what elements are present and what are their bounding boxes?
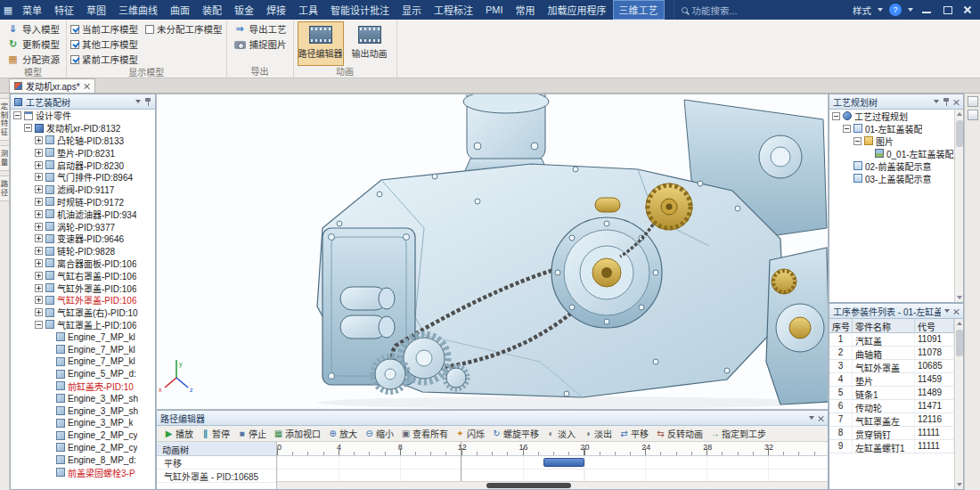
ribbon-big-button[interactable]: 路径编辑器 bbox=[298, 21, 344, 66]
expander-icon[interactable] bbox=[35, 308, 43, 316]
toolbar-button[interactable]: 放大 bbox=[324, 427, 361, 440]
expander-icon[interactable] bbox=[35, 259, 43, 267]
tree-item[interactable]: 前盖梁固螺栓3-P bbox=[11, 466, 155, 478]
tree-item[interactable]: 气缸右罩盖-PID:106 bbox=[11, 269, 155, 282]
tree-item[interactable]: Engine_3_MP_k bbox=[11, 417, 155, 429]
pin-icon[interactable] bbox=[144, 98, 151, 106]
scroll-thumb[interactable] bbox=[956, 330, 963, 356]
expander-icon[interactable] bbox=[35, 210, 43, 218]
tree-item[interactable]: 气缸罩盖上-PID:106 bbox=[11, 319, 155, 331]
expander-icon[interactable] bbox=[35, 247, 43, 255]
close-button[interactable] bbox=[960, 4, 975, 16]
menu-item[interactable]: 加载应用程序 bbox=[542, 0, 613, 20]
table-row[interactable]: 5 链条1 11489 bbox=[829, 387, 954, 400]
table-row[interactable]: 8 贯穿销钉 11111 bbox=[829, 427, 954, 440]
menu-item[interactable]: 三维曲线 bbox=[112, 0, 164, 20]
tree-item[interactable]: 气缸外罩盖-PID:106 bbox=[11, 294, 155, 306]
tree-item[interactable]: Engine_8_MP_d: bbox=[11, 453, 155, 466]
scroll-down-icon[interactable] bbox=[956, 294, 963, 301]
expander-icon[interactable] bbox=[853, 137, 862, 145]
close-panel-icon[interactable] bbox=[953, 308, 960, 314]
column-header[interactable]: 零件名称 bbox=[853, 319, 915, 332]
document-tab[interactable]: 发动机xr.aps* bbox=[9, 78, 95, 93]
menu-item[interactable]: 显示 bbox=[396, 0, 428, 20]
menu-item[interactable]: PMI bbox=[479, 0, 510, 20]
toolbar-button[interactable]: 缩小 bbox=[361, 427, 397, 440]
expander-icon[interactable] bbox=[35, 161, 43, 169]
ribbon-button[interactable]: 导出工艺 bbox=[231, 21, 290, 37]
scroll-thumb[interactable] bbox=[486, 483, 571, 488]
expander-icon[interactable] bbox=[13, 111, 21, 119]
tree-item[interactable]: Engine_7_MP_kl bbox=[11, 355, 155, 368]
toolbar-button[interactable]: 播放 bbox=[160, 427, 197, 440]
menu-item[interactable]: 工程标注 bbox=[428, 0, 479, 20]
toolbar-button[interactable]: 螺旋平移 bbox=[488, 427, 543, 440]
menu-item[interactable]: 常用 bbox=[510, 0, 542, 20]
tree-item[interactable]: 链轮-PID:9828 bbox=[11, 245, 155, 257]
table-row[interactable]: 6 传动轮 11471 bbox=[829, 400, 954, 413]
table-row[interactable]: 2 曲轴箱 11078 bbox=[829, 347, 954, 360]
chevron-down-icon[interactable] bbox=[135, 100, 141, 103]
side-tab[interactable]: 路径 bbox=[0, 176, 10, 201]
tree-item[interactable]: 气门排件-PID:8964 bbox=[11, 171, 155, 184]
menu-item[interactable]: 曲面 bbox=[164, 0, 196, 20]
expander-icon[interactable] bbox=[35, 149, 43, 157]
tree-item[interactable]: 0_01-左缸盖装配_17.93 bbox=[829, 147, 954, 159]
scroll-up-icon[interactable] bbox=[956, 320, 963, 327]
menu-item[interactable]: 装配 bbox=[196, 0, 228, 20]
toolbar-button[interactable]: 添加视口 bbox=[270, 427, 324, 440]
expander-icon[interactable] bbox=[35, 296, 43, 304]
menu-item[interactable]: 焊接 bbox=[260, 0, 292, 20]
table-row[interactable]: 1 汽缸盖 11091 bbox=[829, 333, 954, 347]
column-header[interactable]: 序号 bbox=[829, 319, 853, 332]
table-row[interactable]: 7 气缸罩盖左 12116 bbox=[829, 413, 954, 427]
expander-icon[interactable] bbox=[832, 112, 840, 120]
expander-icon[interactable] bbox=[35, 234, 43, 242]
toolbar-button[interactable]: 淡入 bbox=[543, 427, 579, 440]
expander-icon[interactable] bbox=[35, 185, 43, 193]
table-row[interactable]: 4 垫片 11459 bbox=[829, 373, 954, 387]
ribbon-button[interactable]: 捕捉图片 bbox=[231, 37, 290, 52]
menu-item[interactable]: 工具 bbox=[292, 0, 324, 20]
tree-item[interactable]: 发动机xr-PID:8132 bbox=[11, 122, 155, 135]
tree-item[interactable]: 变速器-PID:9646 bbox=[11, 233, 155, 245]
timeline-horizontal-scrollbar[interactable] bbox=[277, 481, 828, 489]
tree-item[interactable]: 设计零件 bbox=[11, 110, 155, 122]
ribbon-button[interactable]: 更新模型 bbox=[4, 37, 62, 52]
display-model-checkbox[interactable]: 其他工序模型 bbox=[70, 37, 138, 52]
expander-icon[interactable] bbox=[35, 284, 43, 292]
user-avatar[interactable]: ? bbox=[889, 4, 902, 16]
expander-icon[interactable] bbox=[35, 321, 43, 329]
toolbar-button[interactable]: 查看所有 bbox=[397, 427, 452, 440]
toolbar-button[interactable]: 停止 bbox=[233, 427, 270, 440]
tree-item[interactable]: Engine_2_MP_cy bbox=[11, 429, 155, 442]
vertical-scrollbar[interactable] bbox=[954, 110, 963, 302]
tree-item[interactable]: 气缸外罩盖-PID:106 bbox=[11, 282, 155, 294]
display-model-checkbox[interactable]: 当前工序模型 bbox=[70, 21, 138, 37]
chevron-down-icon[interactable] bbox=[944, 309, 950, 313]
tree-item[interactable]: 垫片-PID:8231 bbox=[11, 146, 155, 159]
close-panel-icon[interactable] bbox=[818, 415, 824, 421]
panel-toggle-icon[interactable] bbox=[968, 110, 978, 120]
scroll-thumb[interactable] bbox=[956, 120, 963, 147]
tree-item[interactable]: Engine_5_MP_d: bbox=[11, 368, 155, 380]
table-row[interactable]: 3 气缸外罩盖 10685 bbox=[829, 360, 954, 373]
table-row[interactable]: 9 左缸盖螺钉1 11111 bbox=[829, 440, 954, 453]
menu-item[interactable]: 菜单 bbox=[16, 0, 48, 20]
tree-item[interactable]: 02-前盖装配示意 bbox=[829, 159, 954, 172]
chevron-down-icon[interactable] bbox=[908, 8, 913, 12]
toolbar-button[interactable]: 闪烁 bbox=[452, 427, 488, 440]
ribbon-button[interactable]: 分配资源 bbox=[4, 52, 62, 67]
minimize-button[interactable] bbox=[919, 4, 934, 16]
vertical-scrollbar[interactable] bbox=[954, 319, 963, 489]
tree-item[interactable]: 离合器面板-PID:106 bbox=[11, 257, 155, 270]
tree-item[interactable]: 气缸罩盖(右)-PID:10 bbox=[11, 306, 155, 319]
style-menu[interactable]: 样式 bbox=[853, 4, 871, 17]
display-model-checkbox[interactable]: 未分配工序模型 bbox=[145, 21, 223, 37]
tree-item[interactable]: Engine_3_MP_sh bbox=[11, 404, 155, 417]
tree-item[interactable]: 时规链-PID:9172 bbox=[11, 196, 155, 208]
tree-item[interactable]: 图片 bbox=[829, 135, 954, 147]
expander-icon[interactable] bbox=[35, 173, 43, 181]
expander-icon[interactable] bbox=[843, 125, 851, 133]
pin-icon[interactable] bbox=[943, 98, 950, 106]
